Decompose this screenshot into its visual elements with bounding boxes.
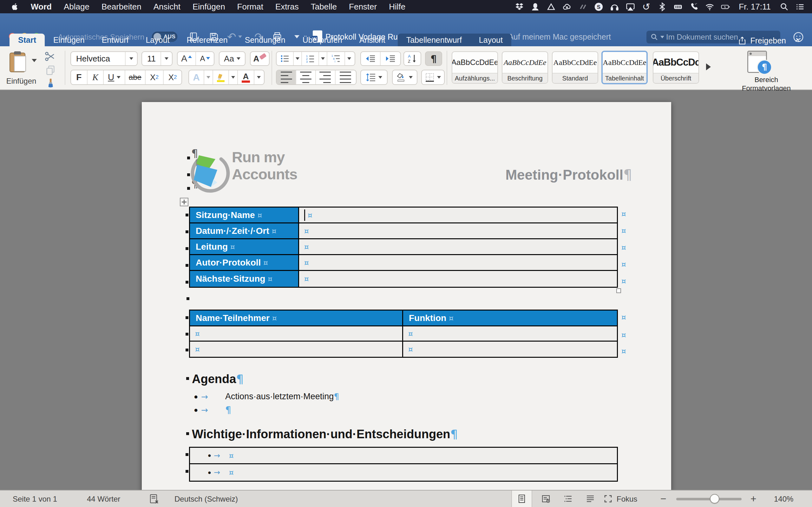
change-case-caret-icon[interactable]: [237, 57, 241, 60]
info-value-cell[interactable]: ¤: [299, 255, 617, 270]
borders-caret-icon[interactable]: [437, 76, 441, 78]
tab-einfuegen[interactable]: Einfügen: [45, 34, 93, 46]
bullet-list-button[interactable]: [276, 52, 294, 65]
highlight-caret-icon[interactable]: [229, 70, 238, 84]
headset-icon[interactable]: [607, 1, 621, 12]
font-name-combo[interactable]: Helvetica: [70, 51, 138, 66]
justify-button[interactable]: [336, 70, 355, 84]
italic-button[interactable]: K: [88, 70, 104, 84]
text-effects-button[interactable]: A: [189, 70, 204, 84]
wifi-icon[interactable]: [703, 1, 716, 12]
menu-ansicht[interactable]: Ansicht: [148, 2, 187, 12]
tab-tabelle-layout[interactable]: Layout: [470, 34, 511, 46]
underline-button[interactable]: U: [104, 70, 125, 84]
table-resize-handle[interactable]: [616, 288, 621, 293]
tab-tabellenentwurf[interactable]: Tabellenentwurf: [398, 34, 470, 46]
menu-fenster[interactable]: Fenster: [343, 2, 383, 12]
zoom-level[interactable]: 140%: [774, 495, 793, 504]
view-draft-button[interactable]: [580, 491, 601, 507]
zoom-out-button[interactable]: −: [660, 493, 666, 505]
font-size-caret-icon[interactable]: [161, 52, 172, 65]
info-value-cell[interactable]: ¤: [299, 239, 617, 254]
menu-einfuegen[interactable]: Einfügen: [187, 2, 231, 12]
info-header-cell[interactable]: Nächste·Sitzung¤: [190, 271, 299, 287]
participant-name-cell[interactable]: ¤: [190, 326, 403, 341]
menu-format[interactable]: Format: [231, 2, 269, 12]
style-card-beschriftung[interactable]: AaBbCcDdEe Beschriftung: [502, 51, 548, 83]
tab-sendungen[interactable]: Sendungen: [236, 34, 294, 46]
meeting-info-table[interactable]: Sitzung·Name¤ ¤ Datum·/·Zeit·/·Ort¤ ¤ Le…: [189, 207, 618, 288]
plugin-icon[interactable]: [576, 1, 590, 12]
table-row[interactable]: ¤ ¤: [190, 342, 617, 357]
info-value-cell[interactable]: ¤: [299, 271, 617, 287]
numbered-list-button[interactable]: 123: [302, 52, 319, 65]
borders-button[interactable]: [421, 70, 445, 85]
format-painter-button[interactable]: [45, 78, 56, 90]
style-card-standard[interactable]: AaBbCcDdEe Standard: [552, 51, 598, 83]
highlight-button[interactable]: [213, 70, 229, 84]
participant-name-cell[interactable]: ¤: [190, 342, 403, 357]
time-machine-icon[interactable]: ↺: [639, 1, 653, 12]
tab-ansicht[interactable]: Ansicht: [351, 34, 394, 46]
style-card-ueberschrift[interactable]: AaBbCcDc Überschrift: [653, 51, 699, 83]
document-page[interactable]: ¶ ¶ Run my Accounts Meeting·Protokoll¶ S…: [142, 102, 671, 490]
zoom-in-button[interactable]: +: [751, 493, 757, 505]
table-move-handle-icon[interactable]: [180, 198, 189, 206]
info-header-cell[interactable]: Leitung¤: [190, 239, 299, 254]
superscript-button[interactable]: X2: [164, 70, 182, 84]
paste-caret-icon[interactable]: [32, 59, 37, 62]
bluetooth-icon[interactable]: [655, 1, 669, 12]
multilevel-list-button[interactable]: 1ai: [327, 52, 345, 65]
show-formatting-marks-button[interactable]: ¶: [425, 51, 442, 66]
page-count[interactable]: Seite 1 von 1: [13, 495, 57, 504]
keyboard-icon[interactable]: [671, 1, 685, 12]
info-header-cell[interactable]: Sitzung·Name¤: [190, 208, 299, 222]
shrink-font-button[interactable]: A: [196, 52, 214, 65]
menu-hilfe[interactable]: Hilfe: [383, 2, 411, 12]
table-row[interactable]: ¤ ¤: [190, 326, 617, 342]
tab-entwurf[interactable]: Entwurf: [93, 34, 137, 46]
style-card-aufzaehlung[interactable]: AaBbCcDdEe Aufzählungs...: [452, 51, 498, 83]
style-card-tabelleninhalt[interactable]: AaBbCcDdEe Tabelleninhalt: [601, 51, 648, 84]
zoom-slider-track[interactable]: [676, 498, 742, 500]
cloud-sync-icon[interactable]: [560, 1, 574, 12]
paste-button[interactable]: [9, 51, 28, 73]
numbered-list-caret-icon[interactable]: [319, 52, 327, 65]
info-value-cell[interactable]: ¤: [299, 223, 617, 238]
table-row[interactable]: ● → ¤: [190, 448, 617, 464]
align-left-button[interactable]: [276, 70, 296, 84]
shading-caret-icon[interactable]: [409, 76, 413, 78]
table-row[interactable]: Datum·/·Zeit·/·Ort¤ ¤: [190, 223, 617, 239]
apple-menu-icon[interactable]: [5, 2, 25, 11]
focus-mode-label[interactable]: Fokus: [617, 495, 637, 504]
grow-font-button[interactable]: A: [177, 52, 196, 65]
change-case-button[interactable]: Aa: [219, 51, 246, 66]
font-color-button[interactable]: A: [238, 70, 254, 84]
tab-start[interactable]: Start: [9, 34, 45, 46]
copy-button[interactable]: [45, 65, 56, 77]
menu-ablage[interactable]: Ablage: [58, 2, 96, 12]
table-row[interactable]: ● → ¤: [190, 464, 617, 481]
clear-formatting-button[interactable]: A: [250, 51, 270, 66]
participants-header-funktion[interactable]: Funktion¤: [403, 311, 617, 326]
user-silhouette-icon[interactable]: [528, 1, 542, 12]
airplay-icon[interactable]: [623, 1, 637, 12]
table-row[interactable]: Nächste·Sitzung¤ ¤: [190, 271, 617, 287]
menu-tabelle[interactable]: Tabelle: [305, 2, 343, 12]
table-header-row[interactable]: Name·Teilnehmer¤ Funktion¤: [190, 311, 617, 326]
share-button[interactable]: Freigeben: [738, 36, 801, 45]
document-canvas[interactable]: ¶ ¶ Run my Accounts Meeting·Protokoll¶ S…: [0, 91, 812, 490]
participants-header-name[interactable]: Name·Teilnehmer¤: [190, 311, 403, 326]
table-row[interactable]: Autor·Protokoll¤ ¤: [190, 255, 617, 271]
shading-button[interactable]: [392, 70, 417, 85]
cut-button[interactable]: [44, 51, 56, 63]
multilevel-list-caret-icon[interactable]: [345, 52, 353, 65]
tab-layout[interactable]: Layout: [137, 34, 178, 46]
strikethrough-button[interactable]: abe: [125, 70, 146, 84]
sort-button[interactable]: AZ: [403, 51, 421, 66]
battery-icon[interactable]: [718, 1, 732, 12]
decrease-indent-button[interactable]: [361, 52, 380, 65]
table-row[interactable]: Sitzung·Name¤ ¤: [190, 208, 617, 223]
view-web-layout-button[interactable]: [536, 491, 556, 507]
subscript-button[interactable]: X2: [146, 70, 164, 84]
